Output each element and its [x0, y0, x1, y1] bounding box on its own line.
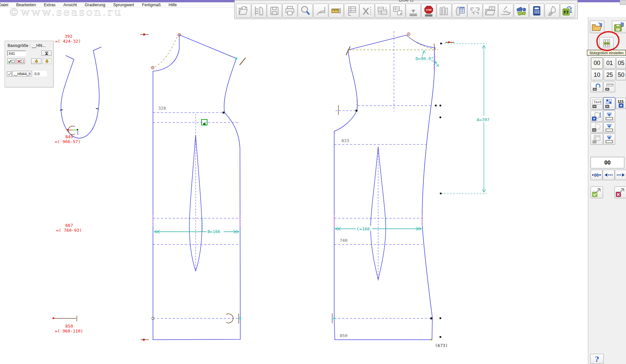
funnel-down-icon [604, 123, 614, 132]
toolbar-window: GRAFIS [234, 0, 578, 19]
size-next-button[interactable] [615, 170, 626, 180]
size-step-50-button[interactable]: 50 [616, 70, 626, 80]
magnet-remove-button[interactable] [591, 82, 603, 92]
confirm-button[interactable] [591, 186, 603, 198]
insert-below-button[interactable] [406, 4, 421, 18]
size-table-button[interactable]: E1 Z [375, 4, 390, 18]
size-prev-button[interactable] [603, 170, 615, 180]
gray-check-icon [8, 73, 11, 76]
open-folder-icon [237, 5, 250, 17]
base-size-input[interactable]: X41 [7, 51, 26, 56]
piece-rack-icon [253, 5, 265, 17]
nested-rects-icon [592, 134, 602, 144]
tape-icon [330, 5, 342, 17]
help-button[interactable]: ? [590, 354, 604, 364]
confirm-checkbox-button[interactable] [7, 58, 16, 64]
measure-name-button[interactable]: __HN44_0 [12, 71, 32, 76]
size-step-01-button[interactable]: 01 [604, 57, 615, 69]
open-pattern-button[interactable] [236, 4, 251, 18]
apply-down-all-button[interactable] [42, 58, 52, 64]
x-arrow-icon [615, 187, 626, 198]
grid-remove-button[interactable] [603, 97, 615, 110]
toolbar: E1 Z [236, 4, 575, 18]
plot-output-button[interactable] [498, 4, 513, 18]
print-button[interactable] [282, 4, 297, 18]
grading-table-button[interactable] [344, 4, 359, 18]
measure-667-formula: =( 760-93) [56, 228, 82, 233]
corner-icon [314, 5, 327, 17]
funnel-down-icon [604, 112, 614, 121]
apply-measure-1-button[interactable] [603, 111, 615, 122]
apply-measure-2-button[interactable] [603, 122, 615, 133]
check-box-icon [8, 59, 15, 63]
measure-tape-button[interactable] [329, 4, 344, 18]
measure-849: 849 [65, 134, 73, 139]
calculator-icon [530, 5, 543, 17]
sidebar-save-button[interactable] [612, 21, 626, 33]
size-step-00-button[interactable]: 00 [591, 57, 603, 69]
basisgroesse-panel: Basisgröße : __HN... X41 [5, 41, 54, 87]
back-piece: B=166 328 [140, 33, 246, 341]
stop-label: STOP [426, 9, 432, 11]
folder-table-icon [484, 5, 497, 17]
zoom-button[interactable] [298, 4, 313, 18]
f7-measure-icon: F7 [561, 5, 574, 17]
pick-piece-button[interactable] [545, 4, 560, 18]
text-card-icon: Text [592, 98, 602, 109]
magnifier-icon [299, 5, 312, 17]
apply-down-button[interactable] [31, 58, 41, 64]
ruler-remove-button[interactable] [603, 82, 615, 92]
current-size-display: 00 [591, 157, 624, 168]
production-pieces-button[interactable] [514, 4, 529, 18]
dimension-b: B=166 [207, 229, 220, 234]
size-step-25-button[interactable]: 25 [604, 70, 615, 80]
apply-measure-3-button[interactable] [603, 134, 615, 145]
size-step-05-button[interactable]: 05 [616, 57, 626, 69]
nested-pieces-button[interactable] [591, 134, 603, 145]
measure-value-field[interactable]: 0.0 [33, 71, 47, 76]
stop-button[interactable]: STOP [421, 4, 436, 18]
label-850: 850 [340, 333, 347, 338]
armhole-measure-piece [60, 47, 101, 138]
measure-checkbox[interactable] [7, 72, 12, 76]
pieces-icon [438, 5, 450, 17]
label-328: 328 [158, 106, 166, 111]
label-740: 740 [340, 238, 347, 243]
piece-overview-button[interactable] [251, 4, 267, 18]
corner-tool-button[interactable] [313, 4, 328, 18]
mannequin-measures-button[interactable] [452, 4, 467, 18]
pattern-canvas[interactable]: 392 =( 424-32) 849 =( 906-57) 667 =( 760… [0, 0, 626, 364]
save-piece-icon [614, 22, 625, 32]
numbers-label: 123. [617, 99, 624, 103]
colored-pieces-icon [515, 5, 528, 17]
grading-rules-button[interactable] [467, 4, 483, 18]
scroll-top-button[interactable] [41, 51, 52, 56]
piece-outlines-button[interactable] [437, 4, 452, 18]
size-step-10-button[interactable]: 10 [591, 70, 603, 80]
support-sizes-button[interactable] [599, 37, 614, 49]
cancel-button[interactable] [615, 186, 626, 198]
finished-measure-f7-button[interactable]: F7 [560, 4, 575, 18]
triangle-up-bar-icon [44, 52, 49, 55]
copy-table-button[interactable] [390, 4, 405, 18]
piece-measure-remove-button[interactable] [591, 122, 603, 133]
text-remove-button[interactable]: Text [591, 97, 603, 110]
front-piece: C=168 D=90.0° 833 740 850 (673) [332, 31, 448, 348]
measure-667: 667 [65, 223, 73, 228]
size-current-button[interactable]: 00 [591, 170, 602, 180]
delete-construction-button[interactable] [359, 4, 375, 18]
dimension-c: C=168 [357, 226, 370, 231]
panel-title: Basisgröße : __HN... [8, 43, 46, 48]
square-dot-icon [599, 174, 601, 176]
calculator-button[interactable] [529, 4, 544, 18]
piece-measure-add-button[interactable] [591, 111, 603, 122]
measure-849-formula: =( 906-57) [55, 139, 80, 144]
right-sidebar: 00 01 05 10 25 50 Text [588, 17, 626, 364]
save-button[interactable] [267, 4, 282, 18]
sidebar-open-button[interactable] [590, 21, 604, 33]
open-table-button[interactable] [483, 4, 498, 18]
e1-label: E1 [378, 12, 381, 15]
reject-checkbox-button[interactable] [16, 58, 25, 64]
numbers-add-button[interactable]: 123. [616, 98, 626, 109]
floppy-icon [268, 5, 281, 17]
